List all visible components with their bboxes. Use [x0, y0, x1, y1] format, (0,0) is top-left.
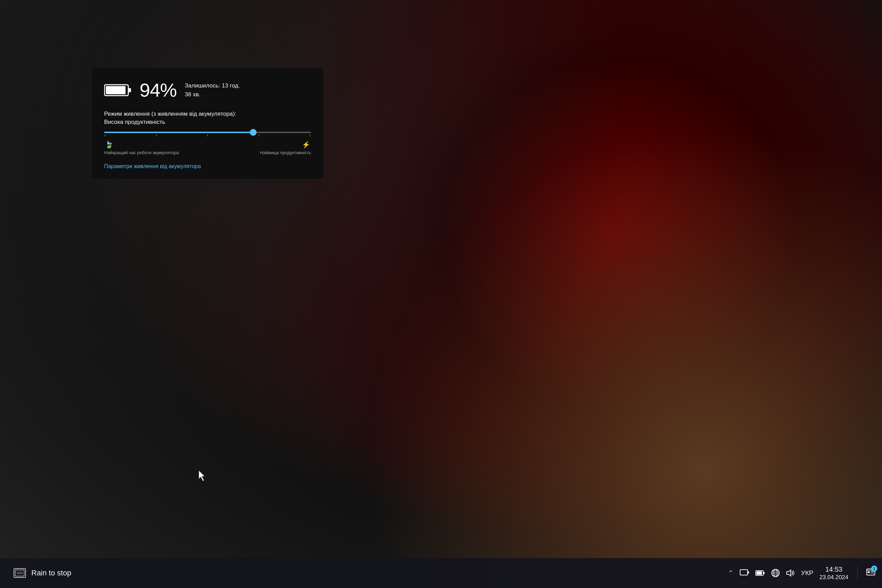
svg-rect-2 — [129, 88, 131, 92]
svg-rect-19 — [868, 572, 870, 573]
battery-percentage: 94% — [140, 79, 177, 101]
taskbar-battery-icon[interactable] — [755, 570, 765, 576]
power-slider[interactable] — [104, 132, 311, 136]
power-mode-value: Висока продуктивність — [104, 119, 311, 126]
notification-badge: 1 — [871, 566, 877, 572]
screen-record-icon[interactable] — [740, 569, 749, 577]
taskbar-time: 14:53 — [825, 565, 842, 574]
notification-icon[interactable]: 1 — [866, 568, 875, 579]
svg-marker-16 — [787, 570, 791, 576]
slider-thumb[interactable] — [250, 129, 256, 136]
leaf-icon: 🍃 — [105, 141, 113, 149]
rain-to-stop-label: Rain to stop — [31, 568, 71, 578]
battery-remaining-label: Залишилось: 13 год. — [185, 81, 240, 90]
slider-ticks — [104, 134, 311, 136]
language-label[interactable]: УКР — [801, 569, 813, 577]
rain-to-stop-icon — [14, 568, 26, 578]
tick-2 — [156, 134, 157, 136]
svg-rect-9 — [756, 572, 762, 575]
svg-rect-6 — [740, 570, 748, 575]
slider-right-label: Найвища продуктивність — [260, 150, 311, 155]
chevron-icon[interactable]: ⌃ — [728, 569, 734, 577]
taskbar-time-date[interactable]: 14:53 23.04.2024 — [819, 565, 848, 581]
slider-labels-row: Найкращий час роботи акумулятора Найвища… — [104, 150, 311, 155]
battery-settings-link[interactable]: Параметри живлення від акумулятора — [104, 164, 201, 170]
slider-track — [104, 132, 311, 133]
volume-icon[interactable] — [786, 569, 795, 577]
battery-header: 94% Залишилось: 13 год. 38 хв. — [104, 79, 311, 101]
lightning-icon: ⚡ — [302, 141, 310, 149]
slider-left-label: Найкращий час роботи акумулятора — [104, 150, 179, 155]
taskbar: Rain to stop ⌃ — [0, 558, 882, 588]
battery-remaining-minutes: 38 хв. — [185, 90, 240, 99]
taskbar-left: Rain to stop — [7, 568, 71, 578]
battery-popup: 94% Залишилось: 13 год. 38 хв. Режим жив… — [92, 68, 323, 179]
battery-icon — [104, 82, 131, 98]
svg-marker-7 — [748, 571, 749, 574]
taskbar-date: 23.04.2024 — [819, 574, 848, 581]
tick-1 — [105, 134, 105, 136]
svg-rect-1 — [106, 86, 126, 94]
tick-5 — [310, 134, 310, 136]
globe-icon[interactable] — [771, 568, 780, 578]
svg-rect-10 — [764, 572, 765, 574]
svg-rect-3 — [15, 570, 24, 576]
slider-fill — [104, 132, 253, 133]
taskbar-divider — [857, 566, 858, 580]
slider-icons-row: 🍃 ⚡ — [104, 141, 311, 149]
battery-time-info: Залишилось: 13 год. 38 хв. — [185, 81, 240, 99]
power-mode-label: Режим живлення (з живленням від акумулят… — [104, 111, 311, 117]
tick-3 — [207, 134, 208, 136]
taskbar-right: ⌃ — [728, 565, 875, 581]
tick-4 — [259, 134, 259, 136]
